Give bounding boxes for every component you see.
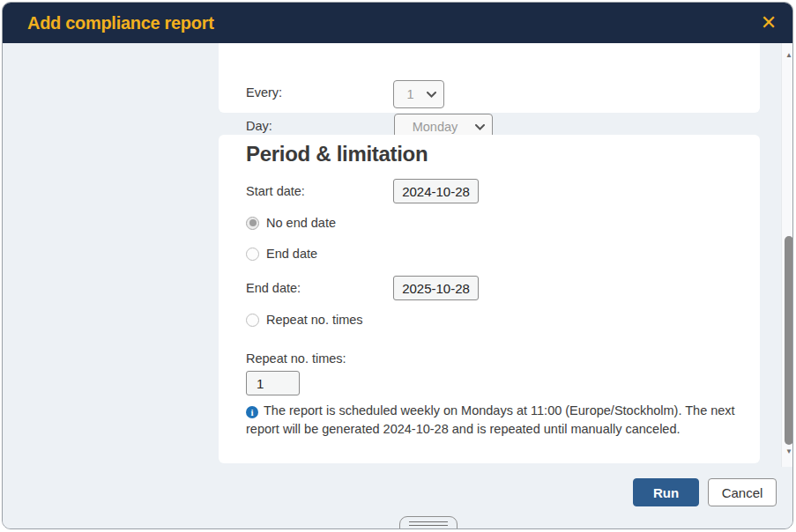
radio-repeat-no-times[interactable]: Repeat no. times bbox=[246, 313, 363, 327]
day-label: Day: bbox=[246, 119, 272, 133]
end-date-input[interactable] bbox=[393, 276, 479, 300]
radio-button-icon bbox=[246, 314, 259, 327]
resize-grip-handle[interactable] bbox=[399, 516, 458, 529]
start-date-label: Start date: bbox=[246, 184, 305, 198]
radio-button-icon bbox=[246, 217, 259, 230]
radio-no-end-date-label: No end date bbox=[266, 216, 336, 230]
scrollbar-thumb[interactable] bbox=[785, 236, 792, 445]
every-select[interactable]: 1 bbox=[393, 80, 444, 108]
info-icon: i bbox=[246, 406, 258, 418]
radio-repeat-no-times-label: Repeat no. times bbox=[266, 313, 363, 327]
radio-end-date-label: End date bbox=[266, 247, 317, 261]
close-icon[interactable]: ✕ bbox=[757, 11, 780, 34]
vertical-scrollbar[interactable]: ▲ ▼ bbox=[781, 43, 792, 467]
run-button[interactable]: Run bbox=[633, 478, 699, 506]
scroll-up-icon[interactable]: ▲ bbox=[782, 48, 792, 61]
dialog-body: Every: 1 Day: Monday Period & limita bbox=[3, 43, 792, 529]
section-heading: Period & limitation bbox=[246, 142, 428, 166]
chevron-down-icon bbox=[427, 92, 436, 98]
radio-no-end-date[interactable]: No end date bbox=[246, 216, 336, 230]
dialog-title: Add compliance report bbox=[27, 13, 214, 33]
every-label: Every: bbox=[246, 85, 282, 100]
end-date-label: End date: bbox=[246, 281, 301, 295]
add-compliance-report-dialog: Add compliance report ✕ Every: 1 Day: Mo… bbox=[2, 2, 793, 529]
schedule-info-note: iThe report is scheduled weekly on Monda… bbox=[246, 402, 747, 439]
start-date-input[interactable] bbox=[393, 179, 479, 203]
schedule-card: Every: 1 Day: Monday bbox=[219, 43, 760, 113]
every-select-value: 1 bbox=[394, 87, 427, 101]
period-limitation-card: Period & limitation Start date: No end d… bbox=[219, 135, 760, 463]
schedule-info-text: The report is scheduled weekly on Monday… bbox=[246, 403, 735, 436]
dialog-header: Add compliance report ✕ bbox=[3, 3, 792, 43]
day-select-value: Monday bbox=[395, 120, 475, 134]
repeat-no-times-input[interactable] bbox=[246, 371, 300, 395]
scroll-down-icon[interactable]: ▼ bbox=[782, 445, 792, 457]
chevron-down-icon bbox=[475, 124, 485, 130]
repeat-no-times-label: Repeat no. times: bbox=[246, 351, 346, 366]
radio-button-icon bbox=[246, 248, 259, 261]
cancel-button[interactable]: Cancel bbox=[708, 478, 777, 506]
radio-end-date[interactable]: End date bbox=[246, 247, 317, 261]
screen: Add compliance report ✕ Every: 1 Day: Mo… bbox=[0, 0, 796, 532]
